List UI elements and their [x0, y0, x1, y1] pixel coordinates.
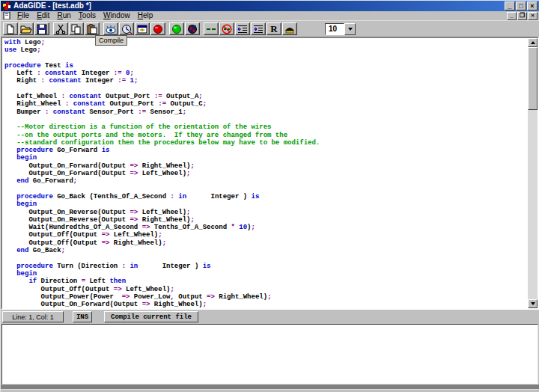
menu-window[interactable]: Window — [100, 11, 134, 20]
font-size-select[interactable]: 10 — [325, 23, 356, 35]
code-line: with Lego; — [4, 39, 528, 46]
code-line: use Lego; — [4, 46, 528, 54]
menu-run[interactable]: Run — [53, 11, 74, 20]
code-editor: with Lego;use Lego; procedure Test is Le… — [1, 37, 539, 310]
maximize-icon[interactable]: □ — [516, 1, 526, 10]
run-button[interactable] — [169, 22, 184, 35]
scroll-up-button[interactable] — [528, 38, 538, 47]
outdent-button[interactable] — [235, 22, 250, 35]
uncomment-button[interactable] — [219, 22, 234, 35]
code-line: Output_Off(Output => Left_Wheel); — [4, 286, 528, 293]
build-button[interactable] — [135, 22, 150, 35]
arrow-down-icon — [531, 302, 535, 305]
code-line — [4, 85, 528, 93]
code-line: Output_On_Forward(Output => Left_Wheel); — [4, 170, 528, 177]
indent-button[interactable] — [251, 22, 266, 35]
scrollbar-thumb[interactable] — [528, 47, 538, 110]
compile-current-file-button[interactable]: Compile current file — [104, 311, 198, 322]
code-line: Left : constant Integer := 0; — [4, 70, 528, 77]
copy-pages-icon — [70, 24, 82, 34]
code-line: Output_Off(Output => Left_Wheel); — [4, 231, 528, 239]
save-floppy-icon — [36, 24, 48, 34]
reformat-letter-r-icon: R — [270, 24, 277, 34]
code-line: Wait(Hundredths_Of_A_Second => Tenths_Of… — [4, 224, 528, 231]
stop-button[interactable] — [150, 22, 165, 35]
code-line — [4, 186, 528, 193]
tooltip: Compile — [95, 35, 127, 46]
code-line: procedure Go_Forward is — [4, 147, 528, 154]
app-window: AdaGIDE - [test.adb *] _ □ × FileEditRun… — [0, 0, 539, 392]
code-line: Left_Wheel : constant Output_Port := Out… — [4, 93, 528, 100]
code-line: end Go_Back; — [4, 247, 528, 254]
code-line: Output_On_Forward(Output => Right_Wheel)… — [4, 301, 528, 308]
hat-icon — [284, 24, 296, 34]
menu-items: FileEditRunToolsWindowHelp — [13, 11, 507, 20]
code-line: begin — [4, 154, 528, 162]
insert-mode-indicator: INS — [73, 311, 92, 322]
window-title: AdaGIDE - [test.adb *] — [13, 1, 505, 10]
mdi-minimize-icon[interactable]: _ — [507, 12, 517, 20]
code-line: procedure Turn (Direction : in Integer )… — [4, 263, 528, 270]
comment-dashes-icon — [205, 24, 217, 34]
minimize-icon[interactable]: _ — [505, 1, 515, 10]
debug-bug-icon — [186, 24, 198, 34]
paste-button[interactable] — [85, 22, 100, 35]
code-line — [4, 254, 528, 262]
debug-button[interactable] — [185, 22, 200, 35]
vertical-scrollbar[interactable] — [528, 38, 538, 308]
uncomment-no-circle-icon — [221, 24, 233, 34]
document-icon[interactable] — [3, 12, 11, 19]
syntax-check-button[interactable] — [103, 22, 118, 35]
paste-clipboard-icon — [86, 24, 98, 34]
code-line: Output_On_Reverse(Output => Right_Wheel)… — [4, 216, 528, 224]
copy-button[interactable] — [69, 22, 84, 35]
arrow-up-icon — [531, 41, 535, 44]
menu-file[interactable]: File — [13, 11, 33, 20]
code-line — [4, 116, 528, 123]
font-size-dropdown-button[interactable] — [344, 23, 356, 35]
code-line: Output_Power(Power => Power_Low, Output … — [4, 293, 528, 301]
chevron-down-icon — [348, 28, 353, 31]
code-line: if Direction = Left then — [4, 278, 528, 285]
code-content[interactable]: with Lego;use Lego; procedure Test is Le… — [2, 38, 528, 308]
indent-arrow-icon — [252, 24, 264, 34]
title-bar: AdaGIDE - [test.adb *] _ □ × — [1, 1, 539, 11]
scroll-down-button[interactable] — [528, 299, 538, 308]
save-file-button[interactable] — [34, 22, 49, 35]
window-bottom-edge — [1, 389, 539, 392]
toolbar: R 10 — [1, 21, 539, 37]
mdi-close-icon[interactable]: × — [528, 12, 538, 20]
hat-button[interactable] — [282, 22, 297, 35]
code-line: procedure Go_Back (Tenths_Of_A_Second : … — [4, 193, 528, 200]
new-file-icon — [4, 24, 16, 34]
run-green-ball-icon — [171, 24, 183, 34]
reformat-button[interactable]: R — [267, 22, 281, 35]
open-file-button[interactable] — [19, 22, 34, 35]
menu-tools[interactable]: Tools — [75, 11, 100, 20]
close-icon[interactable]: × — [527, 1, 538, 10]
menu-help[interactable]: Help — [134, 11, 157, 20]
code-line: end Go_Forward; — [4, 177, 528, 185]
code-line: Output_On_Forward(Output => Right_Wheel)… — [4, 162, 528, 170]
build-window-icon — [136, 24, 148, 34]
cut-button[interactable] — [53, 22, 68, 35]
status-bar: Line: 1, Col: 1 INS Compile current file — [1, 310, 539, 324]
code-line: begin — [4, 200, 528, 208]
app-icon — [2, 2, 11, 10]
cut-scissors-icon — [55, 24, 67, 34]
menu-bar: FileEditRunToolsWindowHelp _ ❐ × — [1, 11, 539, 21]
code-line — [4, 55, 528, 62]
output-panel — [1, 324, 538, 385]
menu-edit[interactable]: Edit — [33, 11, 53, 20]
compile-button[interactable] — [119, 22, 134, 35]
code-line: Bumper : constant Sensor_Port := Sensor_… — [4, 108, 528, 116]
open-folder-icon — [20, 24, 32, 34]
comment-button[interactable] — [204, 22, 219, 35]
code-line: Output_Off(Output => Right_Wheel); — [4, 239, 528, 247]
line-col-indicator: Line: 1, Col: 1 — [2, 311, 64, 322]
new-file-button[interactable] — [3, 22, 18, 35]
code-line: Right_Wheel : constant Output_Port := Ou… — [4, 100, 528, 108]
code-line: begin — [4, 270, 528, 278]
code-line: procedure Test is — [4, 62, 528, 70]
mdi-restore-icon[interactable]: ❐ — [517, 12, 527, 20]
